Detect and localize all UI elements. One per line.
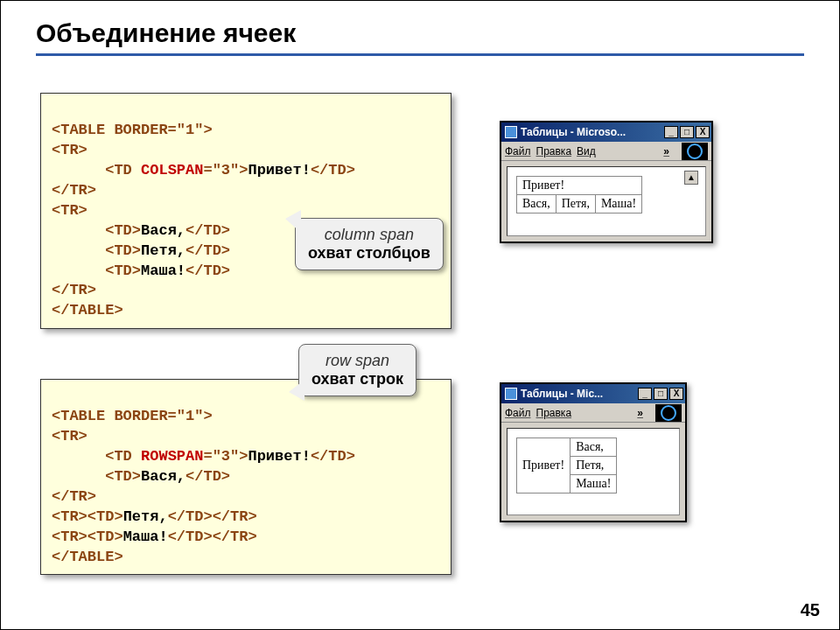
table-cell: Вася, [517, 195, 556, 214]
browser-preview-rowspan: Таблицы - Mic... _ □ X Файл Правка » При… [500, 382, 687, 522]
browser-content: Привет! Вася, Петя, Маша! [507, 428, 680, 515]
browser-preview-colspan: Таблицы - Microso... _ □ X Файл Правка В… [500, 121, 713, 243]
maximize-button[interactable]: □ [680, 126, 694, 138]
minimize-button[interactable]: _ [638, 388, 652, 400]
table-cell: Привет! [517, 177, 642, 195]
browser-content: ▲ Привет! Вася, Петя, Маша! [507, 166, 706, 236]
menu-overflow-icon[interactable]: » [663, 145, 669, 158]
table-cell: Маша! [570, 475, 617, 494]
slide-title: Объединение ячеек [1, 1, 839, 53]
menu-view[interactable]: Вид [577, 145, 596, 158]
table-cell: Петя, [556, 195, 595, 214]
page-number: 45 [801, 600, 820, 620]
callout-bold: охват строк [312, 370, 403, 388]
menubar: Файл Правка Вид » [501, 142, 711, 161]
callout-italic: row span [312, 352, 403, 370]
menu-file[interactable]: Файл [505, 407, 531, 419]
window-title: Таблицы - Mic... [521, 388, 603, 400]
callout-bold: охват столбцов [308, 244, 430, 262]
table-cell: Вася, [570, 438, 617, 457]
window-titlebar[interactable]: Таблицы - Microso... _ □ X [501, 122, 711, 142]
menu-overflow-icon[interactable]: » [637, 407, 643, 419]
close-button[interactable]: X [696, 126, 710, 138]
maximize-button[interactable]: □ [654, 388, 668, 400]
callout-tail-icon [289, 380, 304, 401]
code-block-rowspan: <TABLE BORDER="1"> <TR> <TD ROWSPAN="3">… [40, 379, 452, 575]
scroll-up-icon[interactable]: ▲ [684, 171, 698, 185]
title-underline [36, 53, 804, 56]
ie-icon [505, 388, 517, 400]
callout-tail-icon [285, 210, 301, 233]
close-button[interactable]: X [669, 388, 683, 400]
minimize-button[interactable]: _ [664, 126, 678, 138]
rendered-table-rowspan: Привет! Вася, Петя, Маша! [516, 438, 617, 494]
ie-logo-icon [682, 143, 708, 160]
callout-colspan: column span охват столбцов [295, 218, 444, 270]
menu-edit[interactable]: Правка [536, 407, 572, 419]
table-cell: Привет! [517, 438, 570, 494]
menubar: Файл Правка » [501, 403, 685, 423]
table-cell: Маша! [595, 195, 641, 214]
callout-italic: column span [308, 226, 430, 244]
window-title: Таблицы - Microso... [521, 126, 626, 138]
menu-edit[interactable]: Правка [536, 145, 572, 158]
menu-file[interactable]: Файл [505, 145, 531, 158]
table-cell: Петя, [570, 457, 617, 475]
window-titlebar[interactable]: Таблицы - Mic... _ □ X [501, 384, 685, 403]
ie-logo-icon [655, 404, 682, 422]
code-block-colspan: <TABLE BORDER="1"> <TR> <TD COLSPAN="3">… [40, 93, 452, 329]
code-text: <TABLE BORDER= [52, 122, 177, 138]
rendered-table-colspan: Привет! Вася, Петя, Маша! [516, 176, 642, 214]
callout-rowspan: row span охват строк [298, 344, 416, 396]
ie-icon [505, 126, 517, 138]
